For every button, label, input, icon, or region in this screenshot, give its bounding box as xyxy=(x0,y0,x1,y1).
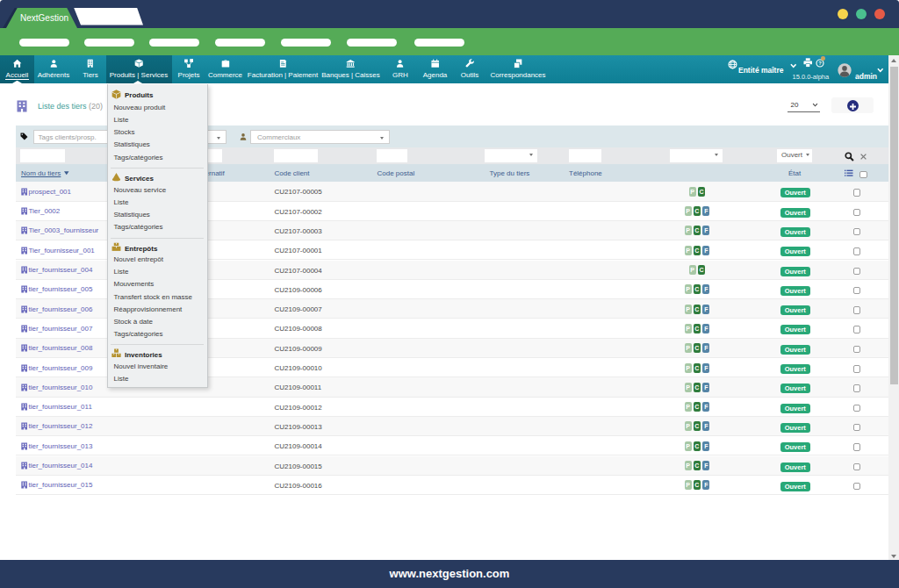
svg-text:?: ? xyxy=(818,61,822,66)
